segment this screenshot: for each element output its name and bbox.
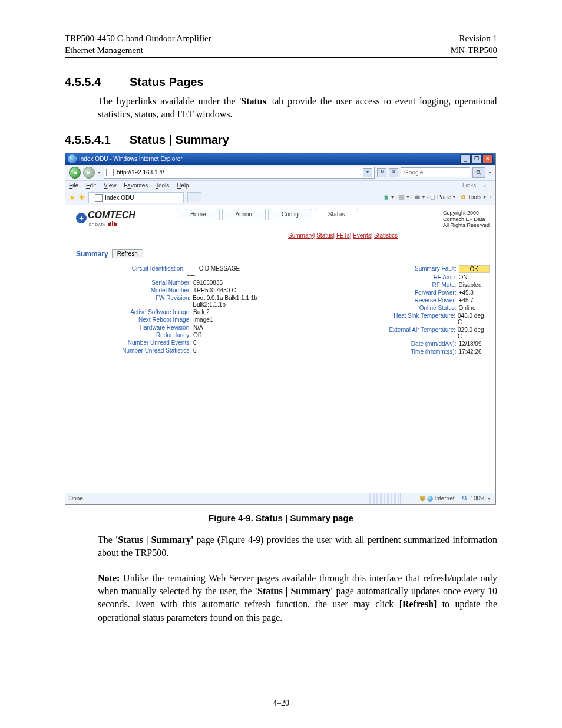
window-title: Index ODU - Windows Internet Explorer: [79, 156, 183, 162]
subtab-fets[interactable]: FETs: [336, 232, 350, 239]
tools-toolbar-button[interactable]: Tools ▼: [460, 194, 487, 200]
data-key: Number Unread Events:: [100, 340, 193, 346]
data-key: Next Reboot Image:: [100, 317, 193, 323]
gear-icon: [460, 194, 467, 200]
subtab-events[interactable]: Events: [353, 232, 371, 239]
data-value: +45.8: [459, 289, 474, 296]
data-row: Summary Fault:OK: [368, 265, 490, 273]
status-zone[interactable]: Internet: [416, 493, 459, 504]
menu-bar: File Edit View Favorites Tools Help Link…: [65, 181, 495, 190]
page-toolbar-button[interactable]: Page ▼: [429, 194, 456, 200]
right-data-column: Summary Fault:OKRF Amp:ONRF Mute:Disable…: [368, 265, 490, 356]
data-value: 0: [193, 347, 197, 354]
data-row: Hardware Revision:N/A: [100, 324, 292, 331]
para-1: The hyperlinks available under the 'Stat…: [98, 95, 497, 121]
status-done: Done: [69, 495, 83, 502]
address-input[interactable]: [115, 169, 361, 176]
hdr-left-2: Ethernet Management: [65, 45, 143, 55]
data-row: Serial Number:091050835: [100, 279, 292, 286]
add-favorites-icon[interactable]: ✚: [79, 193, 85, 202]
data-row: Heat Sink Temperature:048.0 deg C: [368, 312, 490, 325]
history-dropdown[interactable]: ▼: [97, 170, 101, 174]
data-value: 091050835: [193, 279, 223, 286]
status-bar: Done Internet 100% ▼: [65, 493, 495, 504]
data-row: RF Mute:Disabled: [368, 282, 490, 288]
data-key: Date (mm/dd/yy):: [368, 341, 459, 347]
page-number: 4–20: [0, 699, 562, 708]
print-toolbar-button[interactable]: ▼: [414, 194, 426, 200]
svg-line-9: [466, 499, 468, 500]
copyright-block: Copyright 2009 Comtech EF Data All Right…: [443, 210, 490, 229]
data-value: 029.0 deg C: [458, 327, 490, 340]
home-toolbar-button[interactable]: ▼: [383, 194, 395, 200]
menu-help[interactable]: Help: [177, 182, 189, 189]
data-row: FW Revision:Boot:0.0.1a Bulk1:1.1.1b Bul…: [100, 295, 292, 308]
brand-globe-icon: ✦: [76, 213, 87, 223]
data-row: External Air Temperature:029.0 deg C: [368, 327, 490, 340]
magnifier-icon: [476, 170, 482, 176]
address-dropdown[interactable]: ▾: [363, 168, 372, 177]
summary-heading: Summary: [76, 250, 108, 258]
menu-file[interactable]: File: [69, 182, 78, 189]
links-label[interactable]: Links: [462, 182, 476, 189]
print-icon: [414, 194, 421, 200]
status-zoom[interactable]: 100% ▼: [458, 493, 495, 504]
svg-line-1: [480, 173, 481, 174]
data-row: Next Reboot Image:Image1: [100, 317, 292, 323]
maximize-button[interactable]: ❐: [471, 154, 482, 164]
tab-config[interactable]: Config: [268, 209, 312, 220]
new-tab-button[interactable]: [187, 192, 201, 202]
data-row: Circuit Identification:------CID MESSAGE…: [100, 265, 292, 278]
data-row: Number Unread Events:0: [100, 340, 292, 346]
subtab-status[interactable]: Status: [316, 232, 333, 239]
subtab-summary[interactable]: Summary: [288, 232, 313, 239]
favorites-star-icon[interactable]: ★: [69, 193, 75, 202]
search-dropdown[interactable]: ▼: [488, 170, 492, 174]
footer-rule: [65, 696, 497, 696]
data-value: Image1: [193, 317, 213, 323]
para-2: The 'Status | Summary' page (Figure 4-9)…: [98, 533, 497, 560]
feeds-toolbar-button[interactable]: ▼: [398, 194, 410, 200]
search-button[interactable]: [472, 167, 485, 178]
page-content: ✦ COMTECH EF DATA Home Admin Config Stat…: [65, 205, 495, 493]
forward-button[interactable]: ►: [83, 167, 95, 179]
data-key: External Air Temperature:: [368, 327, 458, 340]
menu-tools[interactable]: Tools: [156, 182, 169, 189]
ie-logo-icon: [68, 154, 77, 163]
data-row: RF Amp:ON: [368, 274, 490, 281]
tab-status[interactable]: Status: [315, 209, 358, 220]
address-bar[interactable]: ▾: [104, 167, 375, 179]
menu-view[interactable]: View: [104, 182, 117, 189]
page-tabs: Home Admin Config Status: [177, 209, 358, 220]
subtab-statistics[interactable]: Statistics: [374, 232, 398, 239]
svg-rect-3: [415, 196, 419, 199]
data-row: Forward Power:+45.8: [368, 289, 490, 296]
tab-admin[interactable]: Admin: [222, 209, 266, 220]
stop-nav-button[interactable]: ✕: [389, 168, 398, 177]
data-value: 17:42:26: [459, 348, 482, 355]
data-key: RF Mute:: [368, 282, 459, 288]
back-button[interactable]: ◄: [69, 167, 81, 179]
data-row: Time (hh:mm:ss):17:42:26: [368, 348, 490, 355]
data-key: Redundancy:: [100, 332, 193, 338]
feed-icon: [398, 194, 405, 200]
search-box[interactable]: [401, 167, 470, 177]
minimize-button[interactable]: _: [460, 154, 471, 164]
tab-home[interactable]: Home: [177, 209, 220, 220]
data-key: Online Status:: [368, 305, 459, 311]
data-key: FW Revision:: [100, 295, 193, 308]
svg-rect-2: [399, 195, 405, 200]
page-icon: [429, 194, 436, 200]
refresh-nav-button[interactable]: ↻: [377, 168, 386, 177]
data-row: Active Software Image:Bulk 2: [100, 309, 292, 315]
refresh-button[interactable]: Refresh: [112, 249, 143, 258]
browser-tab[interactable]: Index ODU: [88, 192, 184, 203]
close-button[interactable]: ✕: [482, 154, 493, 164]
search-input[interactable]: [403, 169, 480, 176]
menu-edit[interactable]: Edit: [86, 182, 96, 189]
tab-page-icon: [95, 194, 103, 202]
svg-rect-4: [415, 195, 419, 197]
brand-sub: EF DATA: [89, 223, 105, 226]
section-heading-1: 4.5.5.4Status Pages: [65, 75, 497, 89]
menu-favorites[interactable]: Favorites: [124, 182, 148, 189]
